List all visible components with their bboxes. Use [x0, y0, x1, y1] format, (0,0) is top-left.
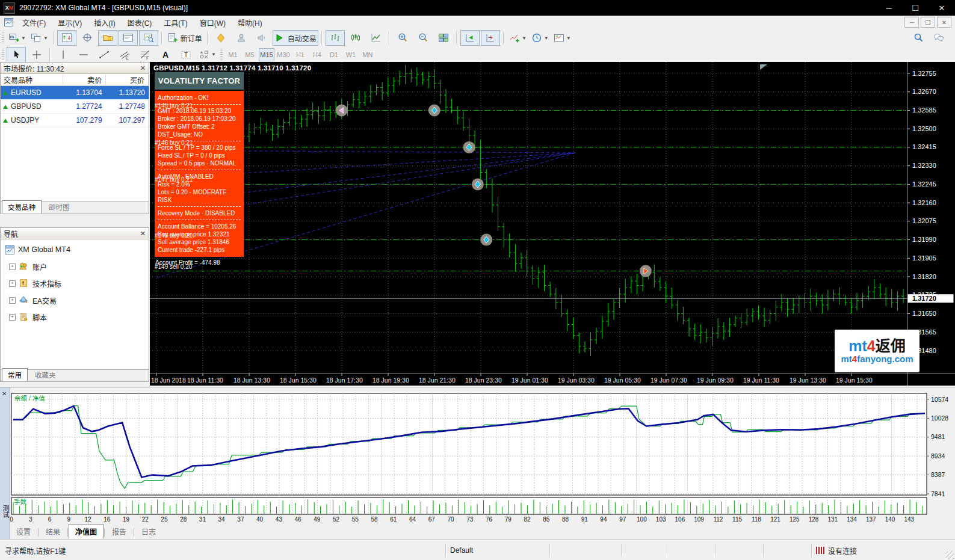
chart-window[interactable]: 1.327551.326701.325851.325001.324151.323…	[150, 62, 955, 386]
cursor-tool-button[interactable]	[7, 47, 26, 63]
menu-插入(I)[interactable]: 插入(I)	[88, 16, 121, 29]
new-chart-button[interactable]: ▼	[7, 30, 28, 46]
horizontal-line-tool-button[interactable]	[74, 47, 93, 63]
menu-文件(F)[interactable]: 文件(F)	[16, 16, 52, 29]
market-watch-tab-交易品种[interactable]: 交易品种	[2, 200, 42, 214]
timeframe-H4[interactable]: H4	[309, 48, 325, 61]
mdi-restore-button[interactable]: ❐	[921, 17, 935, 28]
market-watch-close-icon[interactable]: ✕	[140, 64, 146, 72]
status-profile[interactable]: Default	[445, 544, 550, 557]
crosshair-tool-button[interactable]	[27, 47, 46, 63]
text-tool-button[interactable]: A	[156, 47, 175, 63]
trade-marker-buy-arrow[interactable]	[336, 105, 348, 117]
chevron-down-icon[interactable]: ▼	[211, 52, 216, 57]
navigator-item-账户[interactable]: +账户	[1, 258, 149, 275]
timeframe-H1[interactable]: H1	[292, 48, 308, 61]
navigator-tab-常用[interactable]: 常用	[2, 368, 28, 381]
navigator-item-EA交易[interactable]: +EA交易	[1, 292, 149, 309]
trendline-tool-button[interactable]	[94, 47, 114, 63]
timeframe-W1[interactable]: W1	[343, 48, 359, 61]
symbol-row-GBPUSD[interactable]: GBPUSD1.277241.27748	[1, 100, 149, 114]
line-chart-mode-button[interactable]	[366, 30, 386, 46]
profiles-button[interactable]: ▼	[29, 30, 50, 46]
expand-plus-icon[interactable]: +	[9, 297, 16, 304]
toggle-market-watch-button[interactable]	[57, 30, 76, 46]
symbol-row-EURUSD[interactable]: EURUSD1.137041.13720	[1, 86, 149, 100]
close-button[interactable]: ✕	[929, 1, 955, 15]
mdi-close-button[interactable]: ✕	[937, 17, 951, 28]
toggle-navigator-button[interactable]	[98, 30, 117, 46]
search-button[interactable]	[909, 30, 928, 46]
menu-工具(T)[interactable]: 工具(T)	[158, 16, 193, 29]
trade-marker-sell-arrow[interactable]	[640, 265, 652, 277]
tester-tab-净值图[interactable]: 净值图	[69, 524, 104, 539]
column-header-2[interactable]: 买价	[106, 75, 149, 85]
fibonacci-tool-button[interactable]: F	[135, 47, 155, 63]
mql-community-button[interactable]	[232, 30, 251, 46]
navigator-item-技术指标[interactable]: +f技术指标	[1, 275, 149, 292]
arrows-tool-button[interactable]: ▼	[197, 47, 218, 63]
maximize-button[interactable]: ☐	[902, 1, 929, 15]
equidistant-channel-tool-button[interactable]: E	[115, 47, 134, 63]
chevron-down-icon[interactable]: ▼	[566, 35, 571, 41]
autotrading-button[interactable]: 自动交易	[273, 30, 318, 46]
timeframe-D1[interactable]: D1	[326, 48, 342, 61]
timeframe-M5[interactable]: M5	[242, 48, 258, 61]
trade-marker-diamond[interactable]	[472, 178, 484, 190]
navigator-title-bar[interactable]: 导航 ✕	[1, 228, 149, 239]
tester-tab-报告[interactable]: 报告	[105, 524, 133, 539]
menu-窗口(W)[interactable]: 窗口(W)	[194, 16, 232, 29]
expand-plus-icon[interactable]: +	[9, 263, 16, 270]
trade-marker-diamond[interactable]	[463, 141, 475, 153]
auto-scroll-button[interactable]	[460, 30, 480, 46]
chevron-down-icon[interactable]: ▼	[522, 35, 527, 41]
tester-close-icon[interactable]: ✕	[2, 390, 7, 397]
bar-chart-mode-button[interactable]	[326, 30, 345, 46]
trade-marker-diamond[interactable]	[480, 234, 492, 246]
periods-button[interactable]: ▼	[530, 30, 551, 46]
timeframe-M15[interactable]: M15	[259, 48, 274, 61]
expand-plus-icon[interactable]: +	[9, 280, 16, 287]
expand-plus-icon[interactable]: +	[9, 314, 16, 321]
vertical-line-tool-button[interactable]	[54, 47, 73, 63]
chart-shift-button[interactable]	[481, 30, 500, 46]
tester-tab-日志[interactable]: 日志	[135, 524, 162, 539]
timeframe-M30[interactable]: M30	[276, 48, 291, 61]
chevron-down-icon[interactable]: ▼	[21, 35, 26, 41]
tester-tab-设置[interactable]: 设置	[10, 524, 37, 539]
column-header-1[interactable]: 卖价	[63, 75, 107, 85]
toggle-terminal-button[interactable]	[119, 30, 138, 46]
metaeditor-button[interactable]	[211, 30, 230, 46]
minimize-button[interactable]: ─	[876, 1, 902, 15]
market-watch-tab-即时图[interactable]: 即时图	[43, 200, 76, 214]
chevron-down-icon[interactable]: ▼	[43, 35, 48, 41]
chevron-down-icon[interactable]: ▼	[544, 35, 549, 41]
resize-grip[interactable]	[945, 551, 954, 559]
toggle-data-window-button[interactable]	[78, 30, 97, 46]
candle-chart-mode-button[interactable]	[346, 30, 365, 46]
navigator-item-脚本[interactable]: +脚本	[1, 309, 149, 325]
menu-帮助(H)[interactable]: 帮助(H)	[232, 16, 268, 29]
indicators-list-button[interactable]: ▼	[507, 30, 528, 46]
toggle-strategy-tester-button[interactable]	[139, 30, 158, 46]
tile-windows-button[interactable]	[434, 30, 453, 46]
tester-tab-结果[interactable]: 结果	[39, 524, 67, 539]
market-watch-title-bar[interactable]: 市场报价: 11:30:42 ✕	[1, 63, 149, 74]
new-order-button[interactable]: 新订单	[165, 30, 204, 46]
timeframe-M1[interactable]: M1	[225, 48, 241, 61]
timeframe-MN[interactable]: MN	[360, 48, 376, 61]
templates-button[interactable]: ▼	[552, 30, 573, 46]
chat-button[interactable]	[929, 30, 948, 46]
trade-marker-diamond[interactable]	[428, 105, 440, 117]
menu-显示(V)[interactable]: 显示(V)	[52, 16, 88, 29]
symbol-row-USDJPY[interactable]: USDJPY107.279107.297	[1, 114, 149, 128]
alerts-button[interactable]	[252, 30, 271, 46]
mdi-minimize-button[interactable]: ─	[904, 17, 919, 28]
zoom-out-button[interactable]	[413, 30, 433, 46]
equity-chart[interactable]: 0369121619222528313437404346495255586164…	[10, 387, 955, 523]
navigator-close-icon[interactable]: ✕	[140, 230, 146, 238]
menu-图表(C)[interactable]: 图表(C)	[122, 16, 158, 29]
column-header-0[interactable]: 交易品种	[1, 75, 63, 85]
navigator-tab-收藏夹[interactable]: 收藏夹	[29, 368, 62, 381]
navigator-root[interactable]: XM Global MT4	[1, 241, 149, 258]
